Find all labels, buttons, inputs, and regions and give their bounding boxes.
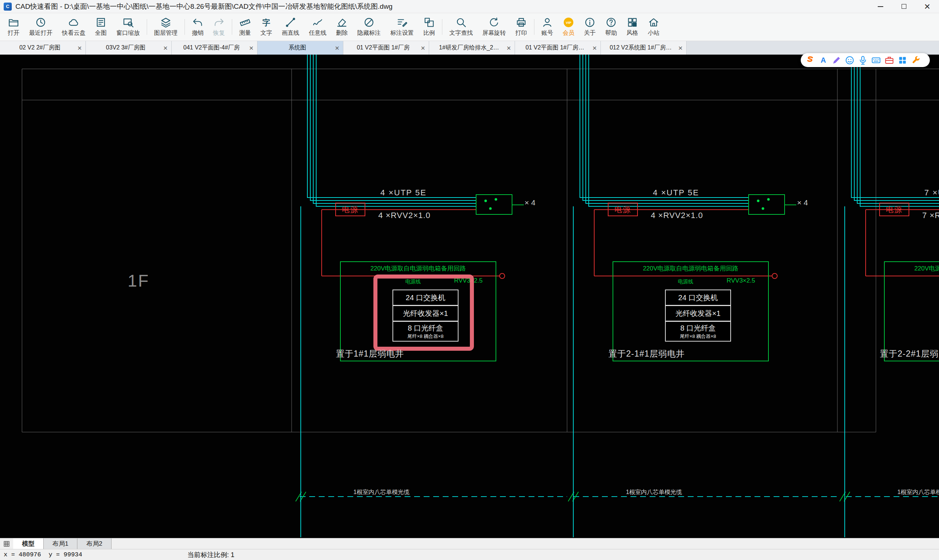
account-button[interactable]: 账号 (537, 13, 558, 41)
layout-tab-3[interactable]: 布局2 (77, 538, 111, 549)
tab-title: 02 V2 2#厂房图 (4, 44, 76, 52)
wrench-icon[interactable] (911, 55, 920, 65)
toolbar-button-label: 画直线 (282, 29, 299, 37)
toolbar-separator (442, 19, 443, 35)
toolbar-separator (147, 19, 147, 35)
tab-close-icon[interactable]: × (335, 45, 339, 52)
measure-button[interactable]: 测量 (234, 13, 256, 41)
annotation-settings-button[interactable]: 标注设置 (385, 13, 418, 41)
window-title: CAD快速看图 - D:\桌面\一基地一中心\图纸\一基地一中心8.26号最新图… (15, 2, 865, 11)
free-line-button[interactable]: 任意线 (304, 13, 331, 41)
toolbar-button-label: 会员 (563, 29, 574, 37)
toolbar-button-label: 恢复 (213, 29, 225, 37)
text-button[interactable]: 字文字 (256, 13, 277, 41)
document-tab-bar: 02 V2 2#厂房图×03V2 3#厂房图×041 V2平面图-4#厂房×系统… (0, 41, 939, 55)
redo-button[interactable]: 恢复 (208, 13, 230, 41)
toolbar-button-label: 小站 (648, 29, 660, 37)
minimize-icon (878, 6, 883, 7)
svg-text:A: A (820, 56, 826, 64)
toolbar-button-label: 窗口缩放 (116, 29, 140, 37)
scale-button[interactable]: 比例 (418, 13, 440, 41)
layout-tab-bar: 模型布局1布局2 (0, 538, 939, 549)
help-button[interactable]: 帮助 (600, 13, 622, 41)
tab-title: 012 V2系统图 1#厂房… (604, 44, 677, 52)
fiber-cable-label: 1根室内八芯单模光缆 (868, 489, 939, 496)
document-tab-8[interactable]: 012 V2系统图 1#厂房…× (601, 41, 687, 55)
document-tab-7[interactable]: 01 V2平面图 1#厂房…× (515, 41, 601, 55)
document-tab-6[interactable]: 1#研发厂房给排水_2…× (429, 41, 515, 55)
tab-close-icon[interactable]: × (678, 45, 683, 52)
location-label: 置于2-2#1层弱电井 (880, 348, 939, 360)
clock-icon (35, 17, 46, 28)
ruler-icon (239, 17, 251, 28)
open-button[interactable]: 打开 (3, 13, 24, 41)
document-tab-5[interactable]: 01 V2平面图 1#厂房× (343, 41, 429, 55)
tab-close-icon[interactable]: × (507, 45, 511, 52)
minimize-button[interactable] (868, 0, 892, 13)
redo-icon (213, 17, 225, 28)
tab-close-icon[interactable]: × (592, 45, 597, 52)
tab-title: 03V2 3#厂房图 (89, 44, 162, 52)
title-bar: C CAD快速看图 - D:\桌面\一基地一中心\图纸\一基地一中心8.26号最… (0, 0, 939, 13)
hide-annotation-icon (364, 17, 375, 28)
grid-icon[interactable] (897, 55, 907, 65)
curve-icon (312, 17, 323, 28)
window-controls: × (868, 0, 939, 13)
undo-button[interactable]: 撤销 (187, 13, 208, 41)
layout-tab-1[interactable]: 模型 (13, 538, 44, 549)
font-a-icon[interactable]: A (818, 55, 828, 65)
keyboard-icon[interactable] (871, 55, 881, 65)
status-bar: x = 480976 y = 99934 当前标注比例: 1 (0, 549, 939, 560)
tab-close-icon[interactable]: × (421, 45, 425, 52)
full-view-button[interactable]: 全图 (90, 13, 111, 41)
input-method-toolbar: A (801, 53, 930, 67)
annotation-scale-label: 当前标注比例: 1 (187, 551, 234, 559)
window-zoom-button[interactable]: 窗口缩放 (111, 13, 145, 41)
layout-grid-icon[interactable] (0, 538, 13, 549)
style-button[interactable]: 风格 (622, 13, 643, 41)
sogou-logo-icon[interactable] (805, 55, 815, 65)
drawing-canvas[interactable]: 1F 4 ×UTP 5E 电源 4 ×RVV2×1.0 × 4 220V电源取自… (0, 55, 939, 538)
cloud-drive-button[interactable]: 快看云盘 (57, 13, 90, 41)
window-zoom-icon (122, 17, 134, 28)
rvv-cable-label: 7 ×RVV2×1.0 (909, 211, 939, 220)
document-tab-1[interactable]: 02 V2 2#厂房图× (0, 41, 86, 55)
document-tab-2[interactable]: 03V2 3#厂房图× (86, 41, 172, 55)
undo-icon (192, 17, 203, 28)
text-search-button[interactable]: 文字查找 (444, 13, 478, 41)
membership-button[interactable]: VIP会员 (558, 13, 579, 41)
screen-rotate-button[interactable]: 屏幕旋转 (478, 13, 510, 41)
print-button[interactable]: 打印 (510, 13, 532, 41)
power-source-box: 电源 (879, 203, 909, 216)
site-icon (648, 17, 659, 28)
delete-button[interactable]: 删除 (331, 13, 353, 41)
toolbar-button-label: 删除 (336, 29, 348, 37)
tab-close-icon[interactable]: × (77, 45, 82, 52)
search-icon (456, 17, 467, 28)
layer-manager-button[interactable]: 图层管理 (149, 13, 182, 41)
text-icon: 字 (261, 17, 272, 28)
utp-cable-label: 7 ×UTP 5E (909, 188, 939, 197)
maximize-button[interactable] (892, 0, 916, 13)
mini-site-button[interactable]: 小站 (643, 13, 664, 41)
line-icon (285, 17, 296, 28)
recent-open-button[interactable]: 最近打开 (24, 13, 57, 41)
close-button[interactable]: × (916, 0, 939, 13)
tab-close-icon[interactable]: × (249, 45, 253, 52)
document-tab-3[interactable]: 041 V2平面图-4#厂房× (172, 41, 257, 55)
toolbar-separator (232, 19, 232, 35)
about-button[interactable]: 关于 (579, 13, 600, 41)
pen-icon[interactable] (831, 55, 842, 65)
annotation-settings-icon (396, 17, 407, 28)
emoji-icon[interactable] (845, 55, 855, 65)
layout-tab-2[interactable]: 布局1 (44, 538, 77, 549)
toolbar-button-label: 全图 (95, 29, 107, 37)
document-tab-4[interactable]: 系统图× (257, 41, 343, 55)
mic-icon[interactable] (858, 55, 868, 65)
toolbox-icon[interactable] (884, 55, 894, 65)
tab-title: 01 V2平面图 1#厂房 (347, 44, 419, 52)
draw-line-button[interactable]: 画直线 (277, 13, 304, 41)
tab-close-icon[interactable]: × (163, 45, 168, 52)
toolbar-button-label: 测量 (239, 29, 251, 37)
hide-annotation-button[interactable]: 隐藏标注 (353, 13, 385, 41)
